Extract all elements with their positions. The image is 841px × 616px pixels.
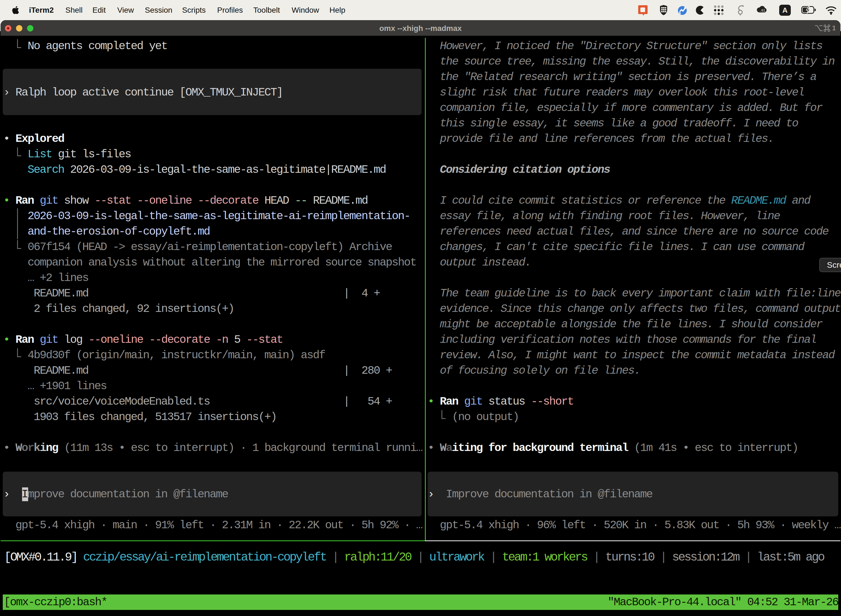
svg-text:1: 1 bbox=[832, 24, 835, 32]
svg-text:..61: ..61 bbox=[760, 9, 765, 12]
